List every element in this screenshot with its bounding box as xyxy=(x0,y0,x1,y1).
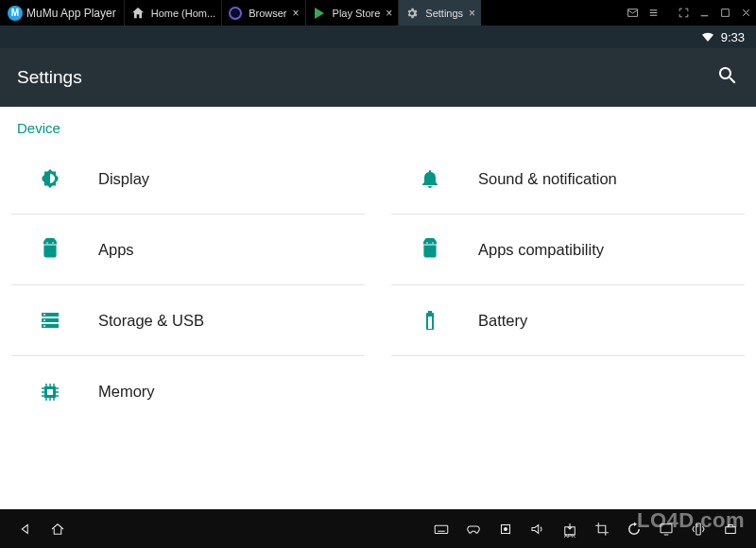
play-store-icon xyxy=(312,6,327,21)
item-label: Battery xyxy=(478,312,527,330)
window-close-button[interactable] xyxy=(735,3,756,24)
status-time: 9:33 xyxy=(721,30,745,44)
tab-close-icon[interactable]: × xyxy=(469,7,475,20)
item-label: Memory xyxy=(98,383,155,401)
tab-close-icon[interactable]: × xyxy=(293,7,300,20)
tool-screenshot-button[interactable] xyxy=(650,513,682,545)
svg-rect-40 xyxy=(726,526,736,533)
svg-rect-0 xyxy=(627,9,637,17)
tool-more-button[interactable] xyxy=(714,513,747,545)
svg-rect-19 xyxy=(47,389,53,395)
tool-crop-button[interactable] xyxy=(586,513,618,545)
settings-grid: Display Sound & notification Apps Apps c… xyxy=(0,144,756,427)
home-icon xyxy=(130,6,146,21)
storage-icon xyxy=(38,308,62,333)
window-menu-button[interactable] xyxy=(643,3,663,24)
android-icon xyxy=(418,237,442,262)
app-bar: Settings xyxy=(0,48,756,107)
nav-home-button[interactable] xyxy=(42,513,74,545)
tab-close-icon[interactable]: × xyxy=(386,7,392,20)
battery-icon xyxy=(418,308,442,333)
tab-label: Play Store xyxy=(333,8,381,19)
tab-label: Browser xyxy=(249,8,286,19)
settings-item-memory[interactable]: Memory xyxy=(11,356,365,427)
bell-icon xyxy=(418,166,442,191)
svg-point-11 xyxy=(432,242,434,244)
android-status-bar: 9:33 xyxy=(0,26,756,48)
search-button[interactable] xyxy=(716,64,739,91)
window-mail-button[interactable] xyxy=(622,3,643,24)
tool-keyboard-button[interactable] xyxy=(425,513,457,545)
settings-item-sound[interactable]: Sound & notification xyxy=(391,144,745,214)
brightness-icon xyxy=(38,166,62,191)
browser-icon xyxy=(228,6,243,21)
emulator-tab-home[interactable]: Home (Hom... xyxy=(124,0,221,26)
window-fullscreen-button[interactable] xyxy=(673,3,694,24)
svg-point-10 xyxy=(426,242,428,244)
tool-location-button[interactable] xyxy=(490,513,522,545)
emulator-brand: M MuMu App Player xyxy=(0,0,124,26)
svg-point-8 xyxy=(46,242,48,244)
tool-shake-button[interactable] xyxy=(682,513,714,545)
empty-cell xyxy=(391,356,745,427)
window-maximize-button[interactable] xyxy=(714,3,735,24)
emulator-tab-settings[interactable]: Settings × xyxy=(398,0,481,26)
svg-point-15 xyxy=(43,314,45,316)
window-minimize-button[interactable] xyxy=(694,3,714,24)
section-header: Device xyxy=(0,107,756,144)
settings-item-apps-compat[interactable]: Apps compatibility xyxy=(391,214,745,285)
tool-gamepad-button[interactable] xyxy=(457,513,490,545)
settings-gear-icon xyxy=(404,6,420,21)
svg-rect-39 xyxy=(696,523,701,535)
emulator-brand-label: MuMu App Player xyxy=(26,7,116,20)
svg-rect-37 xyxy=(661,523,672,532)
item-label: Display xyxy=(98,170,149,188)
tool-apk-button[interactable]: APK xyxy=(554,513,586,545)
emulator-tab-playstore[interactable]: Play Store × xyxy=(305,0,399,26)
settings-item-apps[interactable]: Apps xyxy=(11,214,365,285)
tool-rotate-button[interactable] xyxy=(618,513,650,545)
wifi-icon xyxy=(700,28,715,46)
emulator-title-bar: M MuMu App Player Home (Hom... Browser ×… xyxy=(0,0,756,26)
svg-point-35 xyxy=(505,527,507,530)
item-label: Apps xyxy=(98,241,134,259)
svg-rect-5 xyxy=(721,9,729,17)
svg-point-16 xyxy=(43,319,45,321)
settings-content: Device Display Sound & notification Apps… xyxy=(0,107,756,509)
item-label: Apps compatibility xyxy=(478,241,604,259)
emulator-nav-bar: APK xyxy=(0,509,756,548)
item-label: Storage & USB xyxy=(98,312,204,330)
nav-back-button[interactable] xyxy=(9,513,42,545)
page-title: Settings xyxy=(17,67,82,88)
emulator-tab-browser[interactable]: Browser × xyxy=(221,0,304,26)
tool-volume-button[interactable] xyxy=(522,513,554,545)
tab-label: Settings xyxy=(425,8,463,19)
tab-label: Home (Hom... xyxy=(151,8,215,19)
item-label: Sound & notification xyxy=(478,170,617,188)
svg-rect-32 xyxy=(435,525,448,533)
svg-point-9 xyxy=(52,242,54,244)
svg-point-17 xyxy=(43,325,45,327)
android-icon xyxy=(38,237,62,262)
settings-item-display[interactable]: Display xyxy=(11,144,365,214)
mumu-logo-icon: M xyxy=(8,6,23,21)
settings-item-battery[interactable]: Battery xyxy=(391,285,745,356)
memory-icon xyxy=(38,380,62,404)
settings-item-storage[interactable]: Storage & USB xyxy=(11,285,365,356)
